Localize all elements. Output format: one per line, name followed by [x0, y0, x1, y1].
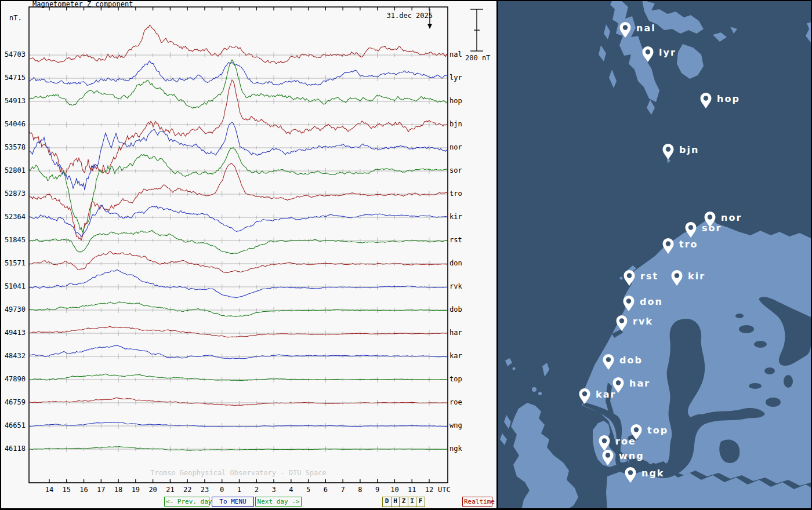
x-axis-hour-label: 12 [422, 486, 437, 494]
y-axis-value-label: 52364 [0, 213, 26, 221]
panel-separator [496, 0, 498, 510]
station-label: bjn [449, 120, 462, 128]
station-label: nor [449, 143, 462, 151]
map-pin-label: wng [619, 450, 644, 461]
x-axis-hour-label: 7 [335, 486, 350, 494]
x-axis-hour-label: 17 [93, 486, 108, 494]
map-pin-label: sor [702, 223, 722, 234]
next-day-button[interactable]: Next day -> [255, 497, 302, 507]
x-axis-hour-label: 10 [387, 486, 402, 494]
y-axis-value-label: 51571 [0, 259, 26, 267]
x-axis-hour-label: 6 [318, 486, 333, 494]
x-axis-hour-label: 3 [266, 486, 281, 494]
component-selector: DHZIF [382, 497, 425, 507]
map-pin-label: rvk [633, 316, 653, 327]
y-axis-value-label: 48432 [0, 352, 26, 360]
x-axis-hour-label: 2 [249, 486, 264, 494]
trace-rst [29, 230, 448, 253]
x-axis-hour-label: 14 [42, 486, 57, 494]
x-axis-hour-label: 23 [197, 486, 212, 494]
y-axis-unit: nT. [9, 14, 22, 22]
station-label: sor [449, 166, 462, 174]
x-axis-hour-label: 16 [77, 486, 92, 494]
y-axis-value-label: 54703 [0, 50, 26, 59]
station-map: nallyrhopbjnnorsortrokirrstdonrvkdobhark… [498, 0, 812, 510]
map-pin-label: top [647, 425, 668, 436]
x-axis-hour-label: 15 [59, 486, 74, 494]
y-axis-value-label: 53578 [0, 143, 26, 151]
stackplot [0, 0, 498, 510]
x-axis-hour-label: 20 [146, 486, 161, 494]
trace-nal [29, 25, 448, 64]
grid-layer [29, 52, 448, 452]
magnetogram-panel: Magnetometer Z component nT. 31.dec 2025… [0, 0, 498, 510]
scale-bar [470, 9, 483, 51]
station-label: don [449, 259, 462, 267]
station-label: roe [449, 398, 462, 406]
component-button-F[interactable]: F [416, 497, 425, 507]
trace-ngk [29, 447, 448, 451]
realtime-button[interactable]: Realtime [462, 497, 492, 507]
trace-har [29, 326, 448, 337]
trace-layer [29, 25, 448, 450]
page-title: Magnetometer Z component [32, 0, 133, 8]
station-label: rvk [449, 282, 462, 290]
x-axis-hour-label: 4 [284, 486, 299, 494]
trace-sor [29, 148, 448, 232]
x-axis-hour-label: 1 [231, 486, 246, 494]
window-border-top [0, 0, 812, 1]
trace-roe [29, 398, 448, 405]
map-pin-label: roe [615, 436, 636, 447]
station-label: tro [449, 190, 462, 198]
date-label: 31.dec 2025 [379, 12, 433, 20]
x-axis-hour-label: 19 [128, 486, 143, 494]
prev-day-button[interactable]: <- Prev. day [164, 497, 209, 507]
y-axis-value-label: 47890 [0, 375, 26, 383]
map-pin-label: hop [717, 93, 740, 104]
station-label: hop [449, 97, 462, 105]
watermark: Tromso Geophysical Observatory - DTU Spa… [29, 469, 448, 477]
x-axis-hour-label: 18 [111, 486, 126, 494]
trace-rvk [29, 270, 448, 298]
map-pin-label: lyr [659, 47, 676, 58]
x-axis-hour-label: 22 [180, 486, 195, 494]
map-pin-label: kir [688, 271, 705, 282]
map-pin-label: don [640, 296, 663, 307]
map-pin-label: kar [596, 389, 616, 400]
station-label: wng [449, 421, 462, 429]
x-axis-hour-label: 9 [370, 486, 385, 494]
map-pin-label: ngk [641, 468, 664, 479]
map-pin-label: dob [619, 355, 643, 366]
station-label: kir [449, 213, 462, 221]
y-axis-value-label: 54715 [0, 74, 26, 82]
station-label: ngk [449, 445, 462, 453]
y-axis-value-label: 54046 [0, 120, 26, 128]
window-border-left [0, 0, 1, 510]
trace-dob [29, 302, 448, 316]
trace-lyr [29, 61, 448, 85]
x-axis-hour-label: 21 [162, 486, 177, 494]
y-axis-value-label: 46118 [0, 445, 26, 453]
station-label: nal [449, 50, 462, 59]
x-axis-hour-label: 11 [404, 486, 419, 494]
x-axis-hour-label: 5 [301, 486, 316, 494]
map-pin-label: nal [636, 23, 656, 34]
map-pin-label: tro [679, 239, 698, 250]
map-svg: nallyrhopbjnnorsortrokirrstdonrvkdobhark… [498, 0, 812, 510]
map-pin-label: har [629, 378, 650, 389]
station-label: kar [449, 352, 462, 360]
station-label: lyr [449, 74, 462, 82]
station-label: dob [449, 305, 462, 314]
station-label: rst [449, 236, 462, 244]
trace-kir [29, 205, 448, 237]
map-pin-label: nor [721, 212, 742, 223]
y-axis-value-label: 52801 [0, 166, 26, 174]
utc-label: UTC [438, 486, 451, 494]
trace-tro [29, 163, 448, 240]
y-axis-value-label: 51845 [0, 236, 26, 244]
x-axis-hour-label: 8 [353, 486, 368, 494]
to-menu-button[interactable]: To MENU [212, 497, 254, 507]
y-axis-value-label: 49730 [0, 305, 26, 314]
trace-don [29, 252, 448, 272]
station-label: top [449, 375, 462, 383]
